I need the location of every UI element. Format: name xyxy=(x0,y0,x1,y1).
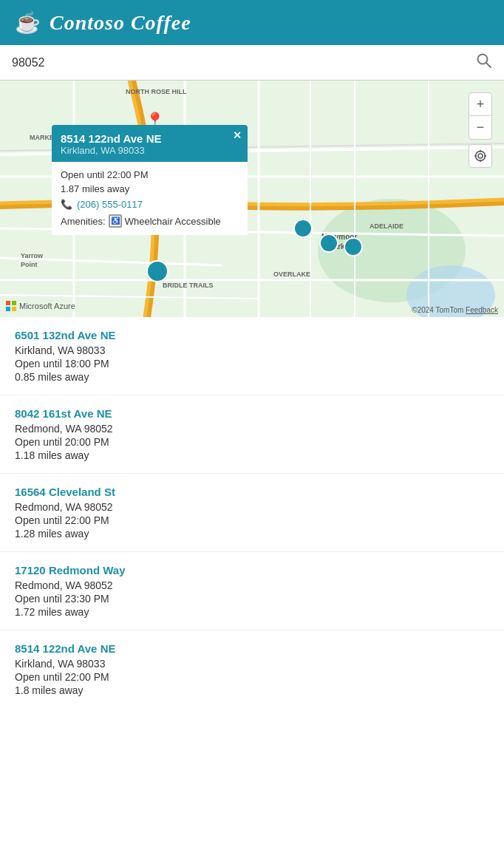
svg-text:OVERLAKE: OVERLAKE xyxy=(273,271,310,278)
app-header: ☕ Contoso Coffee xyxy=(0,0,504,45)
svg-point-27 xyxy=(294,220,312,237)
location-city: Kirkland, WA 98033 xyxy=(15,658,489,670)
map-popup: 8514 122nd Ave NE Kirkland, WA 98033 ✕ O… xyxy=(52,125,248,235)
location-distance: 1.72 miles away xyxy=(15,606,489,618)
attribution-text: ©2024 TomTom xyxy=(412,306,463,314)
svg-text:NORTH ROSE HILL: NORTH ROSE HILL xyxy=(126,88,187,95)
location-distance: 0.85 miles away xyxy=(15,371,489,383)
location-street[interactable]: 8514 122nd Ave NE xyxy=(15,642,489,655)
ms-sq-green xyxy=(12,301,16,305)
location-city: Redmond, WA 98052 xyxy=(15,501,489,513)
location-street[interactable]: 6501 132nd Ave NE xyxy=(15,329,489,341)
map-attribution: ©2024 TomTom Feedback xyxy=(412,306,498,314)
zoom-in-button[interactable]: + xyxy=(469,92,492,116)
svg-point-31 xyxy=(478,154,483,158)
location-city: Kirkland, WA 98033 xyxy=(15,344,489,356)
list-item: 8042 161st Ave NE Redmond, WA 98052 Open… xyxy=(0,395,504,474)
location-distance: 1.8 miles away xyxy=(15,684,489,696)
map-container: NORTH ROSE HILL MARKET ADELAIDE OVERLAKE… xyxy=(0,81,504,317)
ms-logo xyxy=(6,301,16,311)
search-icon xyxy=(476,52,492,69)
list-item: 16564 Cleveland St Redmond, WA 98052 Ope… xyxy=(0,474,504,552)
location-street[interactable]: 17120 Redmond Way xyxy=(15,564,489,576)
popup-close-button[interactable]: ✕ xyxy=(233,129,242,141)
wheelchair-icon: ♿ xyxy=(109,214,122,228)
location-hours: Open until 18:00 PM xyxy=(15,358,489,370)
location-distance: 1.28 miles away xyxy=(15,528,489,540)
phone-icon: 📞 xyxy=(61,199,72,210)
ms-azure-badge: Microsoft Azure xyxy=(6,301,75,311)
location-icon xyxy=(474,150,486,162)
popup-street: 8514 122nd Ave NE xyxy=(61,132,239,145)
search-bar xyxy=(0,45,504,81)
location-distance: 1.18 miles away xyxy=(15,449,489,461)
location-button[interactable] xyxy=(469,144,492,168)
popup-amenities: Amenities: ♿ Wheelchair Accessible xyxy=(61,214,239,228)
map-controls: + − xyxy=(469,92,492,168)
location-city: Redmond, WA 98052 xyxy=(15,579,489,591)
svg-point-30 xyxy=(147,261,168,282)
svg-point-28 xyxy=(320,234,338,252)
location-hours: Open until 22:00 PM xyxy=(15,514,489,526)
popup-phone-row: 📞 (206) 555-0117 xyxy=(61,199,239,210)
coffee-icon: ☕ xyxy=(15,10,41,35)
svg-text:Point: Point xyxy=(21,261,38,268)
location-hours: Open until 20:00 PM xyxy=(15,436,489,448)
svg-point-32 xyxy=(476,152,486,161)
app-title: Contoso Coffee xyxy=(50,11,191,35)
search-input[interactable] xyxy=(12,56,476,69)
feedback-link[interactable]: Feedback xyxy=(466,306,498,314)
svg-text:Yarrow: Yarrow xyxy=(21,252,44,259)
popup-city: Kirkland, WA 98033 xyxy=(61,145,239,156)
location-hours: Open until 23:30 PM xyxy=(15,593,489,605)
ms-sq-yellow xyxy=(12,307,16,311)
popup-hours: Open until 22:00 PM xyxy=(61,169,239,180)
location-city: Redmond, WA 98052 xyxy=(15,423,489,435)
amenities-label: Amenities: xyxy=(61,216,106,227)
svg-text:ADELAIDE: ADELAIDE xyxy=(370,222,403,230)
svg-line-1 xyxy=(486,63,491,68)
location-list[interactable]: 6501 132nd Ave NE Kirkland, WA 98033 Ope… xyxy=(0,317,504,708)
list-item: 8514 122nd Ave NE Kirkland, WA 98033 Ope… xyxy=(0,630,504,708)
location-hours: Open until 22:00 PM xyxy=(15,671,489,683)
svg-text:BRIDLE TRAILS: BRIDLE TRAILS xyxy=(163,282,214,289)
search-button[interactable] xyxy=(476,52,492,72)
ms-badge-text: Microsoft Azure xyxy=(19,302,75,310)
list-item: 6501 132nd Ave NE Kirkland, WA 98033 Ope… xyxy=(0,317,504,395)
ms-sq-blue xyxy=(6,307,10,311)
popup-header: 8514 122nd Ave NE Kirkland, WA 98033 ✕ xyxy=(52,125,248,162)
svg-point-29 xyxy=(344,238,362,256)
list-item: 17120 Redmond Way Redmond, WA 98052 Open… xyxy=(0,552,504,630)
popup-phone-link[interactable]: (206) 555-0117 xyxy=(77,199,143,210)
popup-body: Open until 22:00 PM 1.87 miles away 📞 (2… xyxy=(52,162,248,235)
location-street[interactable]: 8042 161st Ave NE xyxy=(15,407,489,420)
ms-sq-red xyxy=(6,301,10,305)
zoom-out-button[interactable]: − xyxy=(469,116,492,140)
amenity-wheelchair: Wheelchair Accessible xyxy=(125,216,221,227)
popup-distance: 1.87 miles away xyxy=(61,183,239,194)
location-street[interactable]: 16564 Cleveland St xyxy=(15,486,489,498)
